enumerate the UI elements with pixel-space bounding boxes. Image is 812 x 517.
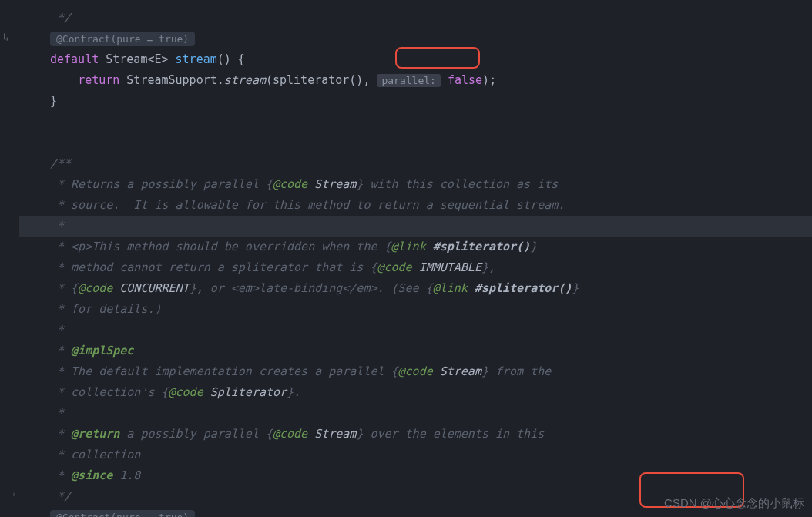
watermark: CSDN @心心念念的小鼠标	[664, 496, 804, 511]
impl-icon[interactable]: ↳	[3, 31, 9, 43]
code-line: * method cannot return a spliterator tha…	[50, 257, 812, 278]
code-line: * <p>This method should be overridden wh…	[50, 237, 812, 257]
code-line: /**	[50, 153, 812, 174]
code-line: * collection	[50, 445, 812, 465]
code-line: * @since 1.8	[50, 465, 812, 486]
code-line: * for details.)	[50, 299, 812, 320]
code-line: * source. It is allowable for this metho…	[50, 195, 812, 216]
code-editor[interactable]: */ @Contract(pure = true) default Stream…	[0, 0, 812, 517]
contract-annotation: @Contract(pure = true)	[50, 32, 195, 46]
code-line: * {@code CONCURRENT}, or <em>late-bindin…	[50, 278, 812, 299]
code-line: * Returns a possibly parallel {@code Str…	[50, 174, 812, 195]
code-line: *	[50, 403, 812, 424]
code-line: * @implSpec	[50, 341, 812, 361]
code-line: * @return a possibly parallel {@code Str…	[50, 424, 812, 445]
code-line: */	[50, 8, 812, 29]
code-line: @Contract(pure = true)	[50, 29, 812, 49]
editor-gutter: ↳ ›	[0, 0, 19, 517]
code-line: return StreamSupport.stream(spliterator(…	[50, 70, 812, 91]
code-line	[50, 133, 812, 153]
code-line: }	[50, 91, 812, 112]
code-line-current: *	[0, 216, 812, 237]
code-line: *	[50, 320, 812, 341]
expand-chevron[interactable]: ›	[12, 489, 17, 499]
contract-annotation: @Contract(pure = true)	[50, 510, 195, 517]
code-line	[50, 112, 812, 133]
code-line: default Stream<E> stream() {	[50, 49, 812, 70]
code-line: * The default implementation creates a p…	[50, 361, 812, 382]
code-line: * collection's {@code Spliterator}.	[50, 382, 812, 403]
parameter-hint: parallel:	[377, 74, 440, 87]
